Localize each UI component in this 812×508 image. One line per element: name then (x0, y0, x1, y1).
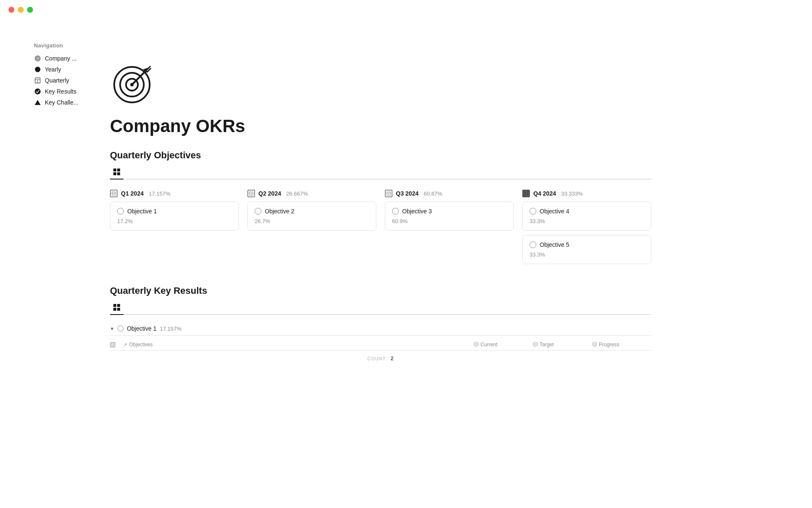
svg-point-7 (35, 88, 41, 94)
obj-circle-icon (529, 241, 536, 248)
obj-circle-icon (117, 208, 124, 215)
close-button[interactable] (8, 7, 14, 13)
chevron-down-icon: ▼ (110, 326, 114, 331)
q1-obj-1-header: Objective 1 (117, 208, 232, 215)
page-title: Company OKRs (110, 116, 651, 136)
quarter-q2: Q2 2024 26.667% Objective 2 26.7% (247, 190, 376, 268)
target-hero-icon (110, 59, 156, 106)
q2-obj-1-card[interactable]: Objective 2 26.7% (247, 202, 376, 231)
hero-icon-area (110, 59, 651, 108)
q3-label: Q3 2024 (396, 190, 419, 197)
sidebar: Navigation Company ... Yearly (0, 25, 93, 483)
main-layout: Navigation Company ... Yearly (0, 0, 812, 483)
q4-obj-2-card[interactable]: Objective 5 33.3% (522, 235, 651, 264)
svg-point-28 (475, 343, 477, 345)
arrow-up-right-icon: ↗ (123, 342, 127, 348)
current-circle-icon (474, 342, 479, 348)
mountain-icon (34, 99, 41, 106)
maximize-button[interactable] (27, 7, 33, 13)
kr-col-progress: Progress (592, 342, 651, 348)
kr-objective-row[interactable]: ▼ Objective 1 17.157% (110, 325, 651, 336)
quarter-q1: Q1 2024 17.157% Objective 1 17.2% (110, 190, 239, 268)
checkbox-icon (110, 342, 115, 348)
kr-col-checkbox (110, 342, 123, 348)
q2-label: Q2 2024 (258, 190, 281, 197)
svg-point-2 (37, 58, 38, 59)
titlebar (0, 0, 812, 19)
obj-circle-icon (392, 208, 399, 215)
quarterly-key-results-title: Quarterly Key Results (110, 285, 651, 296)
q1-obj-1-pct: 17.2% (117, 218, 232, 224)
check-circle-icon (34, 88, 41, 95)
circle-filled-icon (34, 66, 41, 73)
sidebar-item-key-results[interactable]: Key Results (34, 86, 85, 97)
q2-obj-1-header: Objective 2 (255, 208, 369, 215)
q4-icon (522, 190, 530, 197)
kr-grid-icon (113, 304, 120, 311)
sidebar-item-key-challenges-label: Key Challe... (45, 99, 78, 106)
sidebar-item-key-challenges[interactable]: Key Challe... (34, 97, 85, 108)
sidebar-nav-title: Navigation (34, 42, 85, 49)
kr-grid-view-tab[interactable] (110, 301, 123, 315)
kr-col-target: Target (533, 342, 592, 348)
quarter-q1-header: Q1 2024 17.157% (110, 190, 239, 197)
kr-obj-name: Objective 1 (127, 325, 156, 332)
quarter-q2-header: Q2 2024 26.667% (247, 190, 376, 197)
kr-obj-circle-icon (118, 326, 123, 331)
sidebar-item-quarterly-label: Quarterly (45, 77, 69, 84)
sidebar-item-yearly-label: Yearly (45, 66, 61, 73)
sidebar-item-company-label: Company ... (45, 55, 77, 62)
quarterly-objectives-title: Quarterly Objectives (110, 150, 651, 161)
q4-pct: 33.333% (561, 190, 583, 197)
target-icon (34, 55, 41, 62)
q2-obj-1-name: Objective 2 (265, 208, 294, 215)
objectives-board: Q1 2024 17.157% Objective 1 17.2% (110, 190, 651, 268)
kr-tab-bar (110, 301, 651, 315)
q2-obj-1-pct: 26.7% (255, 218, 369, 224)
kr-table-header: ↗ Objectives Current (110, 339, 651, 351)
kr-obj-pct: 17.157% (160, 326, 181, 332)
quarter-q4-header: Q4 2024 33.333% (522, 190, 651, 197)
svg-point-29 (533, 342, 538, 346)
q4-obj-1-card[interactable]: Objective 4 33.3% (522, 202, 651, 231)
q3-obj-1-name: Objective 3 (402, 208, 432, 215)
svg-point-31 (593, 342, 597, 346)
svg-point-32 (594, 343, 595, 345)
svg-marker-8 (35, 100, 41, 105)
sidebar-item-quarterly[interactable]: Quarterly (34, 75, 85, 86)
sidebar-item-key-results-label: Key Results (45, 88, 77, 95)
q3-obj-1-header: Objective 3 (392, 208, 507, 215)
progress-circle-icon (592, 342, 597, 348)
grid-view-tab[interactable] (110, 166, 123, 179)
minimize-button[interactable] (18, 7, 24, 13)
grid-icon (113, 168, 120, 175)
q1-obj-1-card[interactable]: Objective 1 17.2% (110, 202, 239, 231)
quarterly-objectives-section: Quarterly Objectives (110, 150, 651, 268)
q4-label: Q4 2024 (533, 190, 556, 197)
kr-col-current: Current (474, 342, 533, 348)
svg-rect-26 (110, 342, 115, 347)
svg-point-3 (35, 67, 41, 72)
q3-obj-1-card[interactable]: Objective 3 60.9% (385, 202, 514, 231)
q3-pct: 60.87% (424, 190, 442, 197)
target-circle-icon (533, 342, 538, 348)
kr-col-objectives: ↗ Objectives (123, 342, 474, 348)
q4-obj-2-pct: 33.3% (529, 251, 644, 258)
sidebar-item-yearly[interactable]: Yearly (34, 64, 85, 75)
q1-pct: 17.157% (149, 190, 170, 197)
quarter-q3: Q3 2024 60.87% Objective 3 60.9% (385, 190, 514, 268)
quarter-q4: Q4 2024 33.333% Objective 4 33.3% O (522, 190, 651, 268)
quarter-q3-header: Q3 2024 60.87% (385, 190, 514, 197)
svg-point-27 (474, 342, 478, 346)
objectives-tab-bar (110, 166, 651, 179)
main-content: Company OKRs Quarterly Objectives (93, 25, 685, 483)
kr-count-value: 2 (391, 356, 394, 362)
kr-count-label: COUNT (368, 356, 386, 361)
q4-obj-1-header: Objective 4 (529, 208, 644, 215)
sidebar-item-company[interactable]: Company ... (34, 53, 85, 64)
kr-count-bar: COUNT 2 (110, 356, 651, 362)
q3-obj-1-pct: 60.9% (392, 218, 507, 224)
q1-obj-1-name: Objective 1 (127, 208, 157, 215)
svg-point-30 (535, 343, 536, 345)
q3-icon (385, 190, 392, 197)
